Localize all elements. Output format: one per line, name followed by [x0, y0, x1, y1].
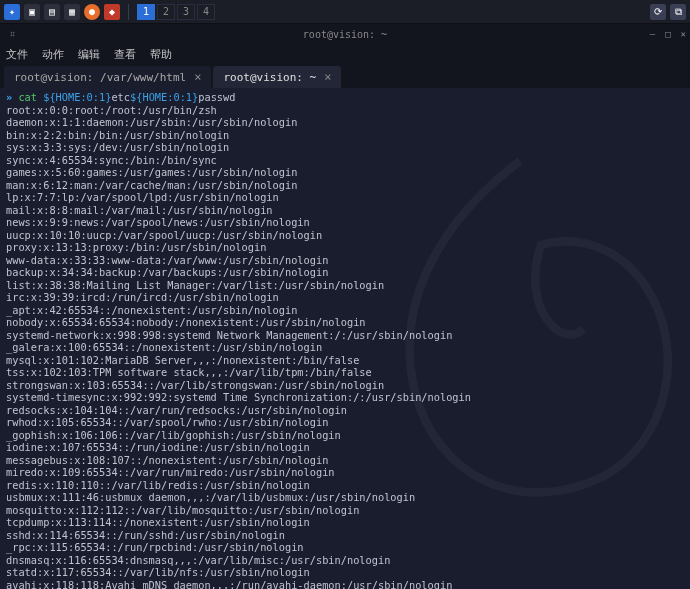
- menu-help[interactable]: 帮助: [150, 47, 172, 62]
- prompt-symbol: »: [6, 91, 18, 103]
- kali-menu-icon[interactable]: ✦: [4, 4, 20, 20]
- window-close-icon[interactable]: ✕: [681, 29, 686, 39]
- prompt-mid: etc: [111, 91, 130, 103]
- prompt-var2: ${HOME:0:1}: [130, 91, 198, 103]
- filemanager-launcher-icon[interactable]: ▤: [44, 4, 60, 20]
- app-launcher-icon[interactable]: ◆: [104, 4, 120, 20]
- tab-close-icon[interactable]: ×: [194, 70, 201, 84]
- prompt-var1: ${HOME:0:1}: [43, 91, 111, 103]
- taskbar-separator: [128, 4, 129, 20]
- menubar: 文件 动作 编辑 查看 帮助: [0, 44, 690, 64]
- tab-close-icon[interactable]: ×: [324, 70, 331, 84]
- editor-launcher-icon[interactable]: ▦: [64, 4, 80, 20]
- tab-0[interactable]: root@vision: /var/www/html ×: [4, 66, 211, 88]
- taskbar: ✦ ▣ ▤ ▦ ● ◆ 1 2 3 4 ⟳ ⧉: [0, 0, 690, 24]
- taskbar-tray: ⟳ ⧉: [650, 4, 686, 20]
- terminal-lines: root:x:0:0:root:/root:/usr/bin/zsh daemo…: [6, 104, 533, 590]
- firefox-launcher-icon[interactable]: ●: [84, 4, 100, 20]
- tray-icon-2[interactable]: ⧉: [670, 4, 686, 20]
- window-titlebar[interactable]: ⌗ root@vision: ~ – □ ✕: [0, 24, 690, 44]
- terminal-output[interactable]: » cat ${HOME:0:1}etc${HOME:0:1}passwd ro…: [0, 88, 690, 589]
- prompt-tail: passwd: [198, 91, 235, 103]
- workspace-2[interactable]: 2: [157, 4, 175, 20]
- terminal-tabs: root@vision: /var/www/html × root@vision…: [0, 64, 690, 88]
- terminal-titlebar-icon: ⌗: [6, 28, 18, 40]
- prompt-cmd: cat: [18, 91, 37, 103]
- workspace-1[interactable]: 1: [137, 4, 155, 20]
- tab-1[interactable]: root@vision: ~ ×: [213, 66, 341, 88]
- menu-actions[interactable]: 动作: [42, 47, 64, 62]
- window-controls: – □ ✕: [650, 29, 686, 39]
- terminal-launcher-icon[interactable]: ▣: [24, 4, 40, 20]
- workspace-3[interactable]: 3: [177, 4, 195, 20]
- window-title: root@vision: ~: [303, 29, 387, 40]
- tray-icon-1[interactable]: ⟳: [650, 4, 666, 20]
- workspace-4[interactable]: 4: [197, 4, 215, 20]
- tab-label: root@vision: ~: [223, 71, 316, 84]
- tab-label: root@vision: /var/www/html: [14, 71, 186, 84]
- workspace-switcher: 1 2 3 4: [137, 4, 215, 20]
- window-maximize-icon[interactable]: □: [665, 29, 670, 39]
- window-minimize-icon[interactable]: –: [650, 29, 655, 39]
- menu-view[interactable]: 查看: [114, 47, 136, 62]
- menu-file[interactable]: 文件: [6, 47, 28, 62]
- menu-edit[interactable]: 编辑: [78, 47, 100, 62]
